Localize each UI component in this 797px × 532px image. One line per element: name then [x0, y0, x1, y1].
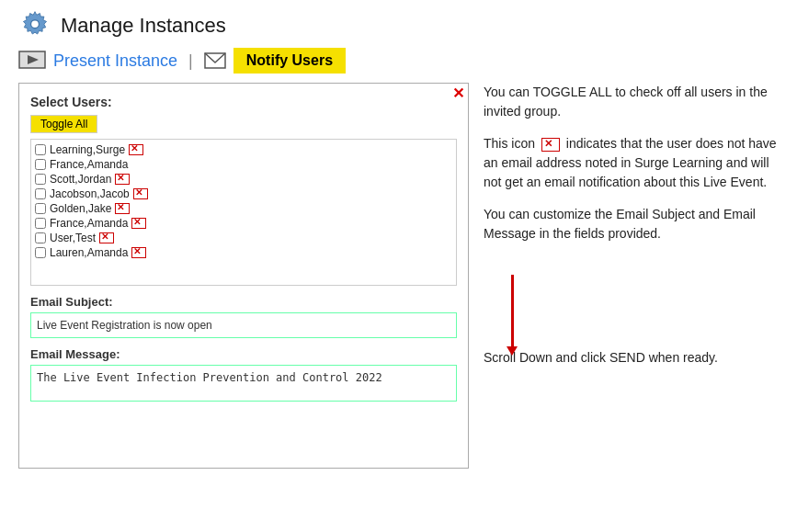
list-item: Lauren,Amanda	[35, 246, 452, 259]
present-instance-title: Present Instance	[53, 51, 177, 71]
list-item: Scott,Jordan	[35, 173, 452, 186]
list-item: France,Amanda	[35, 158, 452, 171]
no-email-inline-icon	[541, 138, 560, 152]
no-email-icon	[131, 247, 146, 258]
user-checkbox[interactable]	[35, 159, 46, 170]
user-checkbox[interactable]	[35, 247, 46, 258]
arrow-line	[511, 275, 514, 348]
email-subject-label: Email Subject:	[30, 295, 457, 309]
user-checkbox[interactable]	[35, 203, 46, 214]
dialog-panel: ✕ Select Users: Toggle All Learning,Surg…	[18, 83, 469, 469]
email-message-section: Email Message:	[30, 347, 457, 405]
close-button[interactable]: ✕	[452, 86, 464, 101]
notify-users-button[interactable]: Notify Users	[233, 48, 346, 74]
list-item: User,Test	[35, 232, 452, 244]
manage-instances-title: Manage Instances	[61, 14, 226, 38]
user-name: Lauren,Amanda	[50, 246, 128, 259]
present-instance-row: Present Instance | Notify Users	[18, 48, 779, 74]
user-checkbox[interactable]	[35, 174, 46, 185]
email-subject-input[interactable]	[30, 312, 457, 338]
email-subject-section: Email Subject:	[30, 295, 457, 338]
svg-point-0	[31, 20, 40, 28]
manage-instances-row: Manage Instances	[18, 9, 779, 42]
help-text-2a: This icon	[484, 136, 535, 151]
help-block-1: You can TOGGLE ALL to check off all user…	[484, 83, 779, 121]
present-instance-icon	[18, 51, 46, 71]
select-users-label: Select Users:	[30, 95, 457, 109]
no-email-icon	[129, 144, 143, 155]
help-text-1: You can TOGGLE ALL to check off all user…	[484, 85, 768, 119]
list-item: Golden,Jake	[35, 202, 452, 215]
help-block-3: You can customize the Email Subject and …	[484, 205, 779, 243]
no-email-icon	[131, 218, 146, 229]
scroll-arrow-indicator	[484, 256, 779, 348]
main-layout: ✕ Select Users: Toggle All Learning,Surg…	[0, 74, 797, 523]
no-email-icon	[115, 174, 130, 185]
user-list-container: Learning,SurgeFrance,AmandaScott,JordanJ…	[30, 139, 457, 286]
help-text-4: Scroll Down and click SEND when ready.	[484, 350, 718, 365]
list-item: Jacobson,Jacob	[35, 187, 452, 200]
help-block-2: This icon indicates that the user does n…	[484, 134, 779, 192]
email-message-label: Email Message:	[30, 347, 457, 361]
no-email-icon	[133, 188, 148, 199]
list-item: Learning,Surge	[35, 143, 452, 156]
user-name: Learning,Surge	[50, 143, 125, 156]
help-block-4: Scroll Down and click SEND when ready.	[484, 348, 779, 368]
no-email-icon	[115, 203, 130, 214]
user-checkbox[interactable]	[35, 232, 46, 243]
user-list[interactable]: Learning,SurgeFrance,AmandaScott,JordanJ…	[31, 140, 456, 285]
dialog-content: Select Users: Toggle All Learning,SurgeF…	[19, 84, 468, 468]
email-message-input[interactable]	[30, 365, 457, 402]
notify-email-icon	[204, 52, 226, 69]
header: Manage Instances Present Instance | Noti…	[0, 0, 797, 74]
help-panel: You can TOGGLE ALL to check off all user…	[484, 83, 779, 514]
list-item: France,Amanda	[35, 217, 452, 230]
help-text-3: You can customize the Email Subject and …	[484, 207, 756, 241]
user-checkbox[interactable]	[35, 188, 46, 199]
user-name: Scott,Jordan	[50, 173, 111, 186]
gear-icon	[18, 9, 51, 42]
user-name: Jacobson,Jacob	[50, 187, 130, 200]
toggle-all-button[interactable]: Toggle All	[30, 115, 97, 133]
user-name: France,Amanda	[50, 217, 128, 230]
user-checkbox[interactable]	[35, 218, 46, 229]
user-checkbox[interactable]	[35, 144, 46, 155]
divider: |	[188, 51, 193, 71]
user-name: User,Test	[50, 232, 96, 244]
user-name: Golden,Jake	[50, 202, 111, 215]
no-email-icon	[99, 232, 114, 243]
user-name: France,Amanda	[50, 158, 128, 171]
